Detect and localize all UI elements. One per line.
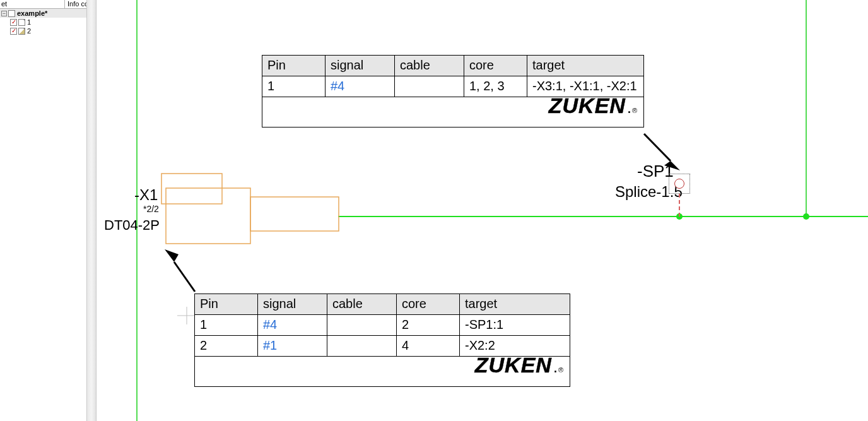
vertical-scrollbar[interactable] xyxy=(86,0,97,421)
cell-pin: 1 xyxy=(262,76,326,97)
table-brand-row: ZUKEN . ® xyxy=(262,97,644,127)
tree-project-row[interactable]: − example* xyxy=(0,9,86,18)
cell-signal[interactable]: #4 xyxy=(258,315,327,336)
cell-core: 4 xyxy=(397,336,460,357)
tree-header-col-a: et xyxy=(0,0,65,8)
cell-signal[interactable]: #4 xyxy=(326,76,395,97)
col-cable: cable xyxy=(327,294,397,315)
zuken-logo: ZUKEN . ® xyxy=(549,98,637,117)
col-target: target xyxy=(527,56,644,76)
tree-page-label: 1 xyxy=(27,18,31,27)
pin-table-connector: Pin signal cable core target 1 #4 2 -SP1… xyxy=(194,294,570,387)
table-header-row: Pin signal cable core target xyxy=(262,56,644,76)
col-target: target xyxy=(460,294,570,315)
connector-part-number: DT04-2P xyxy=(104,217,160,234)
tree-page-row[interactable]: 2 xyxy=(0,27,86,35)
project-tree-panel: et Info colu − example* 1 2 xyxy=(0,0,86,421)
col-signal: signal xyxy=(326,56,395,76)
tree-page-label: 2 xyxy=(27,27,31,35)
pin-table-splice: Pin signal cable core target 1 #4 1, 2, … xyxy=(262,55,644,127)
page-icon xyxy=(18,19,25,26)
svg-rect-7 xyxy=(250,197,339,231)
table-row: 1 #4 2 -SP1:1 xyxy=(195,315,570,336)
col-cable: cable xyxy=(395,56,464,76)
zuken-logo: ZUKEN . ® xyxy=(475,358,563,377)
splice-ring-icon xyxy=(674,179,684,189)
cell-core: 2 xyxy=(397,315,460,336)
col-core: core xyxy=(464,56,527,76)
schematic-canvas[interactable]: -X1 *2/2 DT04-2P -SP1 Splice-1.5 Pin sig… xyxy=(97,0,868,421)
connector-slot: *2/2 xyxy=(143,204,159,214)
cell-pin: 2 xyxy=(195,336,258,357)
cell-cable xyxy=(327,336,397,357)
table-header-row: Pin signal cable core target xyxy=(195,294,570,315)
page-visible-checkbox[interactable] xyxy=(10,28,17,35)
cell-core: 1, 2, 3 xyxy=(464,76,527,97)
cell-signal[interactable]: #1 xyxy=(258,336,327,357)
col-pin: Pin xyxy=(262,56,326,76)
tree-header: et Info colu xyxy=(0,0,86,9)
connector-designator: -X1 xyxy=(134,186,158,204)
svg-rect-5 xyxy=(161,174,222,204)
cell-cable xyxy=(327,315,397,336)
cell-pin: 1 xyxy=(195,315,258,336)
cell-cable xyxy=(395,76,464,97)
page-icon xyxy=(18,28,25,35)
tree-collapse-icon[interactable]: − xyxy=(1,11,7,16)
svg-marker-13 xyxy=(165,249,179,262)
svg-point-4 xyxy=(803,213,809,220)
cell-target: -SP1:1 xyxy=(460,315,570,336)
project-icon xyxy=(8,10,15,17)
splice-cursor-marker xyxy=(669,174,690,194)
col-core: core xyxy=(397,294,460,315)
svg-line-12 xyxy=(174,262,195,292)
col-signal: signal xyxy=(258,294,327,315)
page-visible-checkbox[interactable] xyxy=(10,19,17,26)
splice-stem xyxy=(679,194,680,216)
col-pin: Pin xyxy=(195,294,258,315)
table-brand-row: ZUKEN . ® xyxy=(195,357,570,387)
svg-rect-6 xyxy=(166,188,250,244)
svg-line-10 xyxy=(644,134,671,161)
tree-project-label: example* xyxy=(17,9,47,18)
tree-header-col-b: Info colu xyxy=(65,0,86,8)
tree-page-row[interactable]: 1 xyxy=(0,18,86,27)
